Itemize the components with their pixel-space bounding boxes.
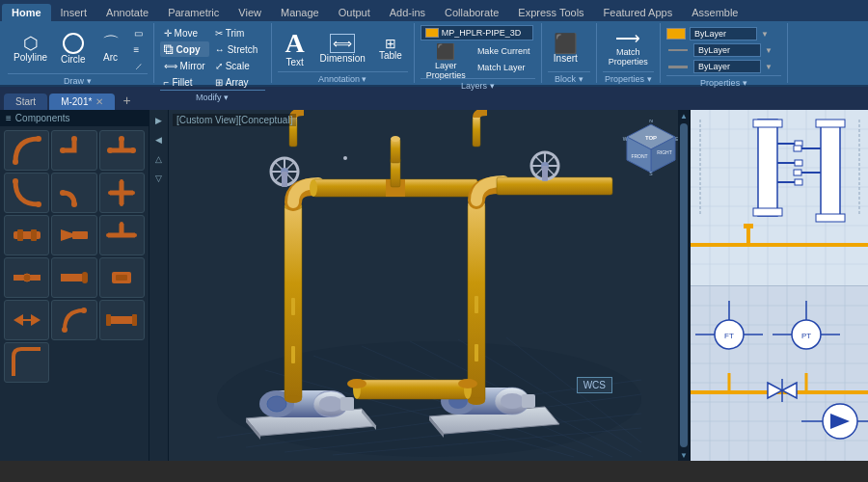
trim-button[interactable]: ✂ Trim <box>211 25 262 40</box>
right-viewport-top <box>691 110 868 285</box>
svg-rect-18 <box>72 231 88 239</box>
svg-rect-104 <box>475 296 478 313</box>
svg-rect-106 <box>473 118 480 147</box>
viewport-scrollbar[interactable]: ▲ ▼ <box>678 110 690 461</box>
scale-button[interactable]: ⤢ Scale <box>211 58 262 73</box>
lineweight-dropdown[interactable]: ByLayer <box>693 60 761 73</box>
main-area: ≡ Components <box>0 110 868 461</box>
tab-view[interactable]: View <box>229 4 271 21</box>
component-elbow-4[interactable] <box>51 173 96 213</box>
tab-featured[interactable]: Featured Apps <box>594 4 683 21</box>
ribbon-group-modify: ✛ Move ⿻ Copy ⟺ Mirror ⌐ Fillet ✂ Trim ↔… <box>156 23 272 83</box>
mirror-button[interactable]: ⟺ Mirror <box>160 58 209 73</box>
svg-point-14 <box>120 202 123 206</box>
text-button[interactable]: A Text <box>278 25 312 71</box>
side-tool-2[interactable]: ◀ <box>150 131 168 148</box>
polyline-button[interactable]: ⬡ Polyline <box>8 25 53 71</box>
svg-point-5 <box>130 147 136 153</box>
component-elbow-1[interactable] <box>4 130 49 171</box>
component-tee-1[interactable] <box>99 130 145 171</box>
color-dropdown[interactable]: ByLayer <box>690 27 757 40</box>
component-union[interactable] <box>4 257 49 298</box>
svg-rect-95 <box>542 166 548 181</box>
make-current-button[interactable]: Make Current <box>474 43 534 59</box>
dimension-button[interactable]: ⟺ Dimension <box>314 25 371 71</box>
component-valve[interactable] <box>4 300 49 340</box>
copy-button[interactable]: ⿻ Copy <box>160 41 209 57</box>
rect-button[interactable]: ▭ <box>130 25 148 40</box>
navigation-cube[interactable]: TOP FRONT RIGHT N E S W <box>622 120 680 177</box>
svg-rect-76 <box>282 172 287 187</box>
new-tab-button[interactable]: + <box>117 91 136 110</box>
lineweight-chevron[interactable]: ▼ <box>765 63 773 71</box>
svg-point-100 <box>458 379 477 388</box>
side-tool-3[interactable]: △ <box>150 150 168 168</box>
circle-icon <box>63 33 84 54</box>
svg-point-11 <box>108 191 112 195</box>
svg-text:TOP: TOP <box>645 135 657 141</box>
tab-manage[interactable]: Manage <box>271 4 329 21</box>
array-icon: ⊞ <box>215 77 223 88</box>
tab-collaborate[interactable]: Collaborate <box>435 4 508 21</box>
layer-properties-button[interactable]: ⬛ LayerProperties <box>420 43 472 78</box>
scroll-down-button[interactable]: ▼ <box>678 449 690 461</box>
doc-tab-close-button[interactable]: ✕ <box>95 96 103 107</box>
tab-express[interactable]: Express Tools <box>508 4 593 21</box>
tab-parametric[interactable]: Parametric <box>158 4 229 21</box>
component-bushing[interactable] <box>99 257 145 298</box>
color-chevron[interactable]: ▼ <box>761 30 769 39</box>
component-elbow-3[interactable] <box>4 173 49 213</box>
svg-rect-25 <box>61 274 82 281</box>
svg-point-68 <box>391 136 400 142</box>
match-properties-button[interactable]: ⟶ MatchProperties <box>603 25 654 71</box>
tab-addins[interactable]: Add-ins <box>380 4 435 21</box>
component-nipple[interactable] <box>99 300 145 340</box>
modify-group-label: Modify ▾ <box>160 90 265 102</box>
scroll-thumb[interactable] <box>680 123 688 447</box>
component-coupling[interactable] <box>4 215 49 255</box>
layer-color-swatch <box>425 28 439 38</box>
insert-block-button[interactable]: ⬛ Insert <box>548 25 583 71</box>
tab-insert[interactable]: Insert <box>51 4 97 21</box>
component-tee-2[interactable] <box>99 215 145 255</box>
match-layer-button[interactable]: Match Layer <box>474 60 534 75</box>
svg-rect-102 <box>291 298 295 315</box>
component-elbow-small[interactable] <box>51 300 96 340</box>
linetype-dropdown[interactable]: ByLayer <box>693 43 761 57</box>
linetype-chevron[interactable]: ▼ <box>765 46 773 55</box>
tab-home[interactable]: Home <box>2 4 51 21</box>
main-viewport[interactable]: [Custom View][Conceptual] <box>169 110 690 461</box>
fillet-button[interactable]: ⌐ Fillet <box>160 74 209 90</box>
table-button[interactable]: ⊞ Table <box>373 25 408 71</box>
svg-rect-119 <box>691 110 868 285</box>
move-button[interactable]: ✛ Move <box>160 25 209 40</box>
tab-assemble[interactable]: Assemble <box>682 4 747 21</box>
component-elbow-2[interactable] <box>51 130 96 171</box>
side-tool-4[interactable]: ▽ <box>150 170 168 187</box>
tab-annotate[interactable]: Annotate <box>96 4 158 21</box>
scroll-up-button[interactable]: ▲ <box>678 110 690 121</box>
region-button[interactable]: ⟋ <box>130 58 148 73</box>
doc-tab-m201[interactable]: M-201* ✕ <box>49 94 115 110</box>
svg-rect-57 <box>340 397 354 411</box>
component-reducer[interactable] <box>51 215 96 255</box>
tab-output[interactable]: Output <box>329 4 380 21</box>
doc-tab-start[interactable]: Start <box>4 94 47 110</box>
component-elbow-iso[interactable] <box>4 342 49 383</box>
component-cross[interactable] <box>99 173 145 213</box>
svg-text:N: N <box>649 120 653 123</box>
arc-button[interactable]: ⌒ Arc <box>94 25 128 71</box>
component-cap[interactable] <box>51 257 96 298</box>
svg-point-30 <box>62 327 68 333</box>
svg-point-13 <box>120 179 123 183</box>
svg-point-53 <box>267 396 286 412</box>
side-tool-1[interactable]: ▶ <box>150 112 168 129</box>
array-button[interactable]: ⊞ Array <box>211 74 262 90</box>
stretch-button[interactable]: ↔ Stretch <box>211 41 262 57</box>
svg-text:FT: FT <box>724 332 734 340</box>
lineweight-property-row: ByLayer ▼ <box>666 60 773 73</box>
circle-button[interactable]: Circle <box>55 25 92 71</box>
wcs-indicator: WCS <box>577 377 612 393</box>
hatch-button[interactable]: ≡ <box>130 41 148 57</box>
svg-point-60 <box>285 395 302 403</box>
